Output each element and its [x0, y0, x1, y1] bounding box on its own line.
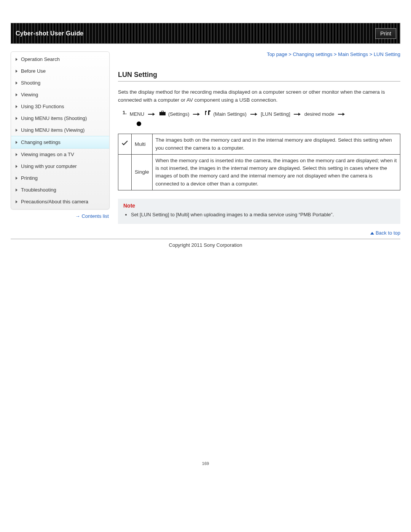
table-row: Single When the memory card is inserted … [118, 154, 400, 190]
note-title: Note [123, 203, 395, 209]
footer-divider [11, 239, 400, 239]
arrow-right-icon [294, 113, 301, 116]
options-table: Multi The images both on the memory card… [118, 134, 400, 190]
option-desc: When the memory card is inserted into th… [152, 154, 400, 190]
note-box: Note Set [LUN Setting] to [Multi] when u… [118, 199, 400, 224]
note-item: Set [LUN Setting] to [Multi] when upload… [131, 211, 395, 219]
print-button[interactable]: Print [375, 28, 396, 39]
sidebar-item-changing-settings[interactable]: Changing settings [11, 136, 109, 149]
sidebar-item-shooting[interactable]: Shooting [11, 77, 109, 89]
page-number: 169 [11, 461, 400, 466]
option-name: Multi [132, 134, 153, 155]
step-1: 1. MENU (Settings) (Main Settings) [LUN … [123, 110, 400, 129]
breadcrumb[interactable]: Top page > Changing settings > Main Sett… [118, 51, 400, 57]
check-icon-cell [118, 154, 132, 190]
sidebar: Operation Search Before Use Shooting Vie… [11, 51, 110, 236]
sidebar-item-precautions[interactable]: Precautions/About this camera [11, 196, 109, 208]
title-divider [118, 81, 400, 81]
arrow-right-icon [250, 113, 257, 116]
sidebar-item-menu-shooting[interactable]: Using MENU items (Shooting) [11, 112, 109, 124]
sidebar-item-viewing[interactable]: Viewing [11, 89, 109, 101]
sidebar-item-operation-search[interactable]: Operation Search [11, 53, 109, 65]
sidebar-item-before-use[interactable]: Before Use [11, 65, 109, 77]
check-icon-cell [118, 134, 132, 155]
header-bar: Cyber-shot User Guide Print [11, 23, 400, 44]
wrench-hammer-icon [204, 110, 211, 119]
checkmark-icon [121, 140, 128, 146]
arrow-right-icon: → [75, 213, 80, 219]
sidebar-item-menu-viewing[interactable]: Using MENU items (Viewing) [11, 124, 109, 136]
sidebar-item-3d-functions[interactable]: Using 3D Functions [11, 101, 109, 112]
option-desc: The images both on the memory card and i… [152, 134, 400, 155]
header-title: Cyber-shot User Guide [16, 30, 83, 37]
step-body: MENU (Settings) (Main Settings) [LUN Set… [130, 110, 347, 129]
option-name: Single [132, 154, 153, 190]
sidebar-item-viewing-tv[interactable]: Viewing images on a TV [11, 149, 109, 160]
svg-rect-0 [159, 112, 166, 115]
center-button-icon [137, 121, 141, 126]
copyright: Copyright 2011 Sony Corporation [11, 242, 400, 248]
arrow-right-icon [193, 113, 200, 116]
sidebar-nav: Operation Search Before Use Shooting Vie… [11, 51, 110, 209]
arrow-right-icon [148, 113, 155, 116]
sidebar-item-printing[interactable]: Printing [11, 172, 109, 184]
page-description: Sets the display method for the recordin… [118, 88, 400, 104]
contents-list-link[interactable]: →Contents list [75, 213, 109, 219]
note-list: Set [LUN Setting] to [Multi] when upload… [123, 211, 395, 219]
triangle-up-icon [370, 232, 374, 235]
toolbox-icon [159, 110, 166, 119]
step-number: 1. [123, 110, 127, 115]
sidebar-item-troubleshooting[interactable]: Troubleshooting [11, 184, 109, 196]
arrow-right-icon [338, 113, 345, 116]
table-row: Multi The images both on the memory card… [118, 134, 400, 155]
main-content: Top page > Changing settings > Main Sett… [118, 51, 400, 236]
svg-rect-2 [162, 111, 163, 112]
page-title: LUN Setting [118, 71, 400, 79]
back-to-top-link[interactable]: Back to top [370, 230, 400, 236]
sidebar-item-using-computer[interactable]: Using with your computer [11, 160, 109, 172]
